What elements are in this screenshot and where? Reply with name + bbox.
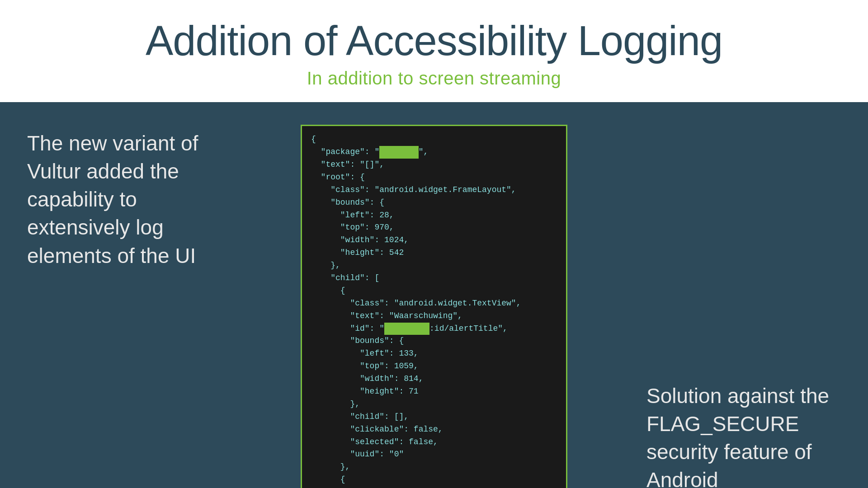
code-line: "width": 814,: [311, 373, 557, 385]
bottom-section: The new variant of Vultur added the capa…: [0, 102, 868, 488]
right-text-block: Solution against the FLAG_SECURE securit…: [646, 125, 841, 488]
code-line: },: [311, 398, 557, 411]
code-line: "class": "android.widget.FrameLayout",: [311, 184, 557, 197]
code-line: "class": "android.widget.TextView",: [311, 297, 557, 310]
code-line: "left": 28,: [311, 209, 557, 222]
code-section: { "package": " ", "text": "[]", "root": …: [222, 125, 646, 488]
code-line: "bounds": {: [311, 335, 557, 347]
code-line: "top": 1059,: [311, 360, 557, 373]
left-text-content: The new variant of Vultur added the capa…: [27, 129, 222, 269]
code-line: "height": 542: [311, 247, 557, 259]
main-title: Addition of Accessibility Logging: [0, 18, 868, 64]
code-line: "left": 133,: [311, 347, 557, 360]
code-line: "package": " ",: [311, 146, 557, 159]
code-line: {: [311, 285, 557, 297]
code-line: "height": 71: [311, 385, 557, 398]
right-text-content: Solution against the FLAG_SECURE securit…: [646, 382, 841, 488]
code-line: "id": " :id/alertTitle",: [311, 323, 557, 335]
code-line: "clickable": false,: [311, 423, 557, 436]
subtitle: In addition to screen streaming: [0, 68, 868, 89]
code-line: "class": "android.widget.TextView": [311, 486, 557, 488]
code-line: },: [311, 461, 557, 474]
top-section: Addition of Accessibility Logging In add…: [0, 0, 868, 102]
code-line: {: [311, 133, 557, 146]
code-line: "top": 970,: [311, 221, 557, 234]
code-line: "text": "[]",: [311, 159, 557, 171]
code-line: "text": "Waarschuwing",: [311, 310, 557, 323]
code-line: "bounds": {: [311, 197, 557, 209]
code-line: },: [311, 259, 557, 272]
code-line: "root": {: [311, 171, 557, 184]
code-line: "child": [: [311, 272, 557, 285]
code-line: "selected": false,: [311, 436, 557, 449]
code-line: "uuid": "0": [311, 448, 557, 461]
left-text-block: The new variant of Vultur added the capa…: [27, 125, 222, 488]
code-block: { "package": " ", "text": "[]", "root": …: [301, 125, 567, 488]
code-line: {: [311, 474, 557, 486]
code-line: "child": [],: [311, 411, 557, 423]
code-line: "width": 1024,: [311, 234, 557, 247]
